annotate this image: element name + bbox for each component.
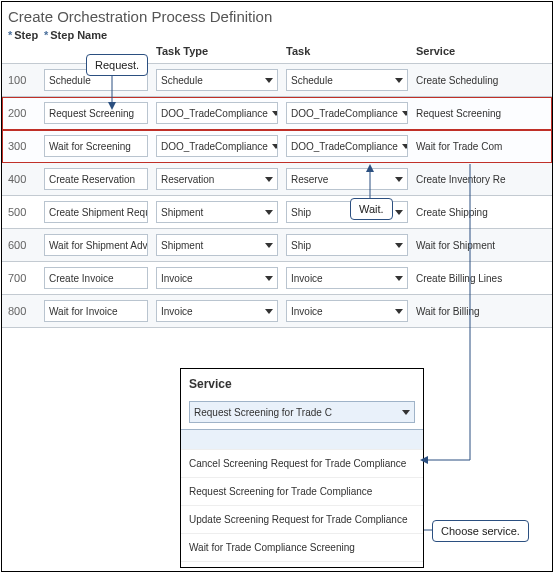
service-value: Create Billing Lines <box>416 273 552 284</box>
step-number: 100 <box>8 74 44 86</box>
task-value: Invoice <box>291 273 323 284</box>
task-type-select[interactable]: Shipment <box>156 234 278 256</box>
task-type-select[interactable]: Invoice <box>156 267 278 289</box>
task-select[interactable]: DOO_TradeCompliance <box>286 102 408 124</box>
chevron-down-icon <box>395 309 403 314</box>
service-option[interactable]: Cancel Screening Request for Trade Compl… <box>181 450 423 478</box>
table-row: 600 Wait for Shipment Advice Shipment Sh… <box>2 229 552 262</box>
column-headers-top: *Step *Step Name <box>2 27 552 45</box>
task-select[interactable]: Invoice <box>286 267 408 289</box>
steps-table: 100 Schedule Schedule Schedule Create Sc… <box>2 63 552 328</box>
task-value: Ship <box>291 207 311 218</box>
service-selected-value: Request Screening for Trade C <box>194 407 332 418</box>
chevron-down-icon <box>402 144 408 149</box>
table-row: 400 Create Reservation Reservation Reser… <box>2 163 552 196</box>
table-row: 800 Wait for Invoice Invoice Invoice Wai… <box>2 295 552 328</box>
task-type-value: Invoice <box>161 306 193 317</box>
table-row: 300 Wait for Screening DOO_TradeComplian… <box>2 130 552 163</box>
chevron-down-icon <box>395 210 403 215</box>
task-type-select[interactable]: Reservation <box>156 168 278 190</box>
col-task-type-header: Task Type <box>156 45 286 57</box>
service-value: Wait for Shipment <box>416 240 552 251</box>
chevron-down-icon <box>265 177 273 182</box>
step-number: 700 <box>8 272 44 284</box>
step-number: 300 <box>8 140 44 152</box>
chevron-down-icon <box>402 410 410 415</box>
step-number: 500 <box>8 206 44 218</box>
callout-wait: Wait. <box>350 198 393 220</box>
task-type-select[interactable]: DOO_TradeCompliance <box>156 102 278 124</box>
step-name-input[interactable]: Create Reservation <box>44 168 148 190</box>
task-type-select[interactable]: Schedule <box>156 69 278 91</box>
task-type-value: Invoice <box>161 273 193 284</box>
col-step-label: Step <box>14 29 38 41</box>
step-name-input[interactable]: Wait for Shipment Advice <box>44 234 148 256</box>
task-value: Reserve <box>291 174 328 185</box>
chevron-down-icon <box>265 309 273 314</box>
col-task-header: Task <box>286 45 416 57</box>
table-row: 100 Schedule Schedule Schedule Create Sc… <box>2 64 552 97</box>
step-name-input[interactable]: Create Shipment Request <box>44 201 148 223</box>
chevron-down-icon <box>395 78 403 83</box>
chevron-down-icon <box>272 111 278 116</box>
chevron-down-icon <box>265 210 273 215</box>
task-value: Invoice <box>291 306 323 317</box>
column-headers-second: Task Type Task Service <box>2 45 552 63</box>
callout-request: Request. <box>86 54 148 76</box>
service-panel-header: Service <box>181 369 423 401</box>
step-name-input[interactable]: Wait for Screening <box>44 135 148 157</box>
service-value: Wait for Billing <box>416 306 552 317</box>
chevron-down-icon <box>265 78 273 83</box>
step-number: 400 <box>8 173 44 185</box>
col-step-name-header: *Step Name <box>44 29 156 41</box>
step-name-input[interactable]: Wait for Invoice <box>44 300 148 322</box>
service-option[interactable]: Request Screening for Trade Compliance <box>181 478 423 506</box>
col-service-header: Service <box>416 45 552 57</box>
task-select[interactable]: Ship <box>286 234 408 256</box>
chevron-down-icon <box>265 243 273 248</box>
service-options-list: Cancel Screening Request for Trade Compl… <box>181 429 423 562</box>
page-title: Create Orchestration Process Definition <box>2 2 552 27</box>
chevron-down-icon <box>402 111 408 116</box>
service-option[interactable]: Update Screening Request for Trade Compl… <box>181 506 423 534</box>
service-option[interactable] <box>181 430 423 450</box>
page-frame: Create Orchestration Process Definition … <box>1 1 553 572</box>
table-row: 700 Create Invoice Invoice Invoice Creat… <box>2 262 552 295</box>
step-number: 200 <box>8 107 44 119</box>
task-value: Ship <box>291 240 311 251</box>
service-select[interactable]: Request Screening for Trade C <box>189 401 415 423</box>
task-select[interactable]: DOO_TradeCompliance <box>286 135 408 157</box>
service-value: Wait for Trade Com <box>416 141 552 152</box>
task-type-select[interactable]: Invoice <box>156 300 278 322</box>
task-value: DOO_TradeCompliance <box>291 141 398 152</box>
task-select[interactable]: Schedule <box>286 69 408 91</box>
table-row: 500 Create Shipment Request Shipment Shi… <box>2 196 552 229</box>
callout-choose-service: Choose service. <box>432 520 529 542</box>
table-row: 200 Request Screening DOO_TradeComplianc… <box>2 97 552 130</box>
chevron-down-icon <box>272 144 278 149</box>
service-value: Create Inventory Re <box>416 174 552 185</box>
chevron-down-icon <box>395 177 403 182</box>
task-value: Schedule <box>291 75 333 86</box>
service-value: Create Scheduling <box>416 75 552 86</box>
task-type-select[interactable]: Shipment <box>156 201 278 223</box>
step-name-input[interactable]: Request Screening <box>44 102 148 124</box>
step-name-input[interactable]: Create Invoice <box>44 267 148 289</box>
task-value: DOO_TradeCompliance <box>291 108 398 119</box>
chevron-down-icon <box>395 276 403 281</box>
task-select[interactable]: Reserve <box>286 168 408 190</box>
task-type-select[interactable]: DOO_TradeCompliance <box>156 135 278 157</box>
task-type-value: Shipment <box>161 240 203 251</box>
service-value: Request Screening <box>416 108 552 119</box>
step-number: 600 <box>8 239 44 251</box>
step-number: 800 <box>8 305 44 317</box>
chevron-down-icon <box>395 243 403 248</box>
task-type-value: DOO_TradeCompliance <box>161 141 268 152</box>
task-select[interactable]: Invoice <box>286 300 408 322</box>
task-type-value: Schedule <box>161 75 203 86</box>
service-dropdown-panel: Service Request Screening for Trade C Ca… <box>180 368 424 568</box>
col-step-name-label: Step Name <box>50 29 107 41</box>
service-option[interactable]: Wait for Trade Compliance Screening <box>181 534 423 562</box>
task-type-value: Reservation <box>161 174 214 185</box>
task-type-value: DOO_TradeCompliance <box>161 108 268 119</box>
